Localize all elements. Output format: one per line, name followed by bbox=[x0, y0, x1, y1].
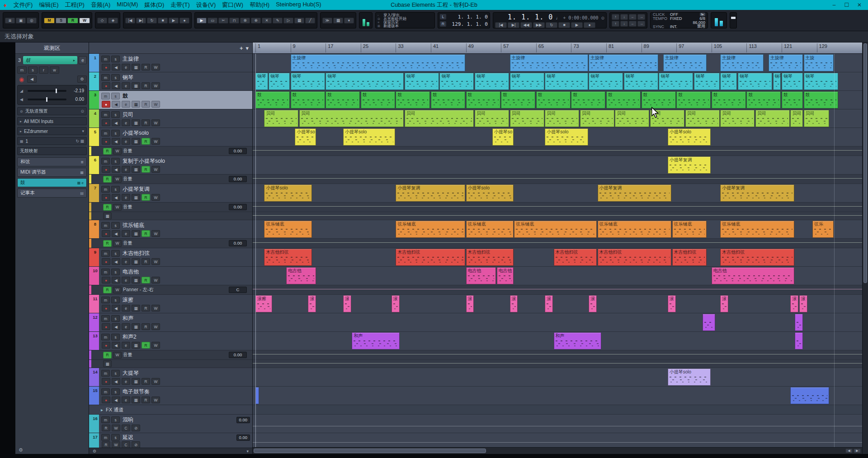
tool-button-1[interactable]: ▭ bbox=[208, 18, 217, 24]
midi-clip-木吉他扫弦[interactable]: 木吉他扫弦 bbox=[672, 249, 707, 266]
read-automation-button[interactable]: R bbox=[103, 148, 112, 155]
monitor-button[interactable]: ◀ bbox=[112, 166, 120, 173]
menu-窗口(W)[interactable]: 窗口(W) bbox=[219, 1, 246, 9]
write-automation-button[interactable]: W bbox=[151, 397, 160, 403]
jog-button-0-2[interactable]: ← bbox=[629, 14, 637, 20]
mute-button[interactable]: m bbox=[101, 416, 110, 423]
write-automation-button[interactable]: W bbox=[151, 194, 160, 201]
record-arm-button[interactable]: ● bbox=[102, 397, 110, 403]
mute-button[interactable]: m bbox=[101, 370, 110, 377]
solo-button[interactable]: s bbox=[111, 334, 120, 340]
midi-clip-钢琴[interactable]: 钢琴 bbox=[545, 73, 588, 90]
midi-clip[interactable] bbox=[795, 332, 803, 349]
midi-clip-主旋律[interactable]: 主旋律 bbox=[720, 54, 764, 71]
track-row-小提琴复调[interactable]: 7ms小提琴复调●◀e▦RW bbox=[89, 184, 252, 203]
monitor-button[interactable]: ◀ bbox=[112, 194, 120, 201]
edit-channel-button[interactable]: e bbox=[122, 194, 130, 201]
midi-clip-钢琴[interactable]: 钢琴 bbox=[405, 73, 439, 90]
record-arm-button[interactable]: ● bbox=[102, 323, 110, 330]
inspector-r-button[interactable]: r bbox=[39, 66, 48, 74]
metronome-button[interactable]: ‖▸ bbox=[700, 13, 705, 16]
read-automation-button[interactable]: R bbox=[142, 397, 150, 403]
record-arm-button[interactable]: ● bbox=[102, 342, 110, 349]
midi-clip-弦乐铺底[interactable]: 弦乐铺底 bbox=[396, 221, 465, 238]
midi-clip-钢琴[interactable]: 钢琴 bbox=[804, 73, 838, 90]
midi-clip-小提琴复调[interactable]: 小提琴复调 bbox=[720, 184, 794, 202]
midi-clip-小提琴solo[interactable]: 小提琴solo bbox=[545, 128, 588, 146]
tool-button-7[interactable]: ✎ bbox=[273, 18, 283, 24]
edit-channel-button[interactable]: e bbox=[122, 397, 130, 403]
midi-clip-小提琴solo[interactable]: 小提琴solo bbox=[343, 128, 395, 146]
midi-clip-钢琴[interactable]: 钢琴 bbox=[589, 73, 623, 90]
read-automation-button[interactable]: R bbox=[142, 64, 150, 71]
global-w-button[interactable]: W bbox=[79, 18, 90, 24]
track-row-电吉他[interactable]: 10ms电吉他●◀e▦RW bbox=[89, 267, 252, 285]
right-locator[interactable]: R129. 1. 1. 0 bbox=[440, 21, 488, 27]
inspector-section-记事本[interactable]: 记事本▤ bbox=[17, 189, 87, 198]
fx-button-1[interactable]: W bbox=[112, 441, 120, 448]
global-r-button[interactable]: R bbox=[67, 18, 78, 24]
record-arm-button[interactable]: ● bbox=[102, 119, 110, 126]
midi-clip-贝司[interactable]: 贝司 bbox=[510, 110, 544, 127]
arrange-lane-音量[interactable] bbox=[253, 239, 862, 248]
track-row-电子鼓节奏[interactable]: 15ms电子鼓节奏●◀e▦RW bbox=[89, 387, 252, 405]
midi-clip-鼓[interactable]: 鼓 bbox=[291, 91, 325, 109]
midi-clip-贝司[interactable]: 贝司 bbox=[545, 110, 579, 127]
midi-clip-电吉他[interactable]: 电吉他 bbox=[286, 267, 316, 284]
monitor-button[interactable]: ◀ bbox=[112, 119, 120, 126]
track-row-音量[interactable]: RW音量0.00 bbox=[89, 175, 252, 184]
midi-clip-木吉他扫弦[interactable]: 木吉他扫弦 bbox=[598, 249, 671, 266]
record-arm-button[interactable]: ● bbox=[102, 82, 110, 89]
instrument-button[interactable]: ▦ bbox=[132, 138, 140, 145]
menu-文件(F)[interactable]: 文件(F) bbox=[10, 1, 36, 9]
midi-clip-鼓[interactable]: 鼓 bbox=[642, 91, 676, 109]
menu-Steinberg Hub(S)[interactable]: Steinberg Hub(S) bbox=[273, 1, 324, 9]
midi-clip-主旋律[interactable]: 主旋律 bbox=[663, 54, 707, 71]
arrange-lane-贝司[interactable]: 贝司贝司贝司贝司贝司贝司贝司贝司贝司贝司贝司贝司贝司贝司 bbox=[253, 109, 862, 128]
solo-button[interactable]: s bbox=[111, 111, 120, 118]
record-arm-button[interactable]: ● bbox=[102, 166, 110, 173]
track-row-和声[interactable]: 12ms和声●◀e▦RW bbox=[89, 313, 252, 332]
arrange-lane-大提琴[interactable]: 小提琴solo bbox=[253, 368, 862, 387]
monitor-button[interactable]: ◀ bbox=[112, 64, 120, 71]
horizontal-scrollbar-thumb[interactable] bbox=[254, 449, 486, 453]
write-automation-button[interactable]: W bbox=[113, 240, 122, 247]
record-arm-button[interactable]: ● bbox=[102, 305, 110, 312]
midi-clip-滚[interactable]: 滚 bbox=[720, 295, 728, 312]
solo-button[interactable]: s bbox=[111, 315, 120, 322]
inspector-w-button[interactable]: w bbox=[50, 66, 59, 74]
midi-clip-鼓[interactable]: 鼓 bbox=[466, 91, 500, 109]
edit-channel-button[interactable]: e bbox=[122, 323, 130, 330]
midi-clip-贝司[interactable]: 贝司 bbox=[405, 110, 474, 127]
mini-transport-button-4[interactable]: ▶ bbox=[169, 18, 179, 24]
jog-button-1-1[interactable]: ↓ bbox=[620, 21, 628, 27]
write-automation-button[interactable]: W bbox=[151, 230, 160, 237]
write-automation-button[interactable]: W bbox=[151, 305, 160, 312]
track-row-小提琴solo[interactable]: 5ms小提琴solo●◀e▦RW bbox=[89, 128, 252, 146]
track-row-混响[interactable]: 16ms混响0.00RWC⊘ bbox=[89, 415, 252, 433]
instrument-button[interactable]: ▦ bbox=[132, 323, 140, 330]
lane-options-button[interactable]: ▦ bbox=[103, 360, 112, 367]
midi-clip-弦乐铺底[interactable]: 弦乐铺底 bbox=[466, 221, 514, 238]
midi-clip-滚[interactable]: 滚 bbox=[308, 295, 316, 312]
mute-button[interactable]: m bbox=[101, 74, 110, 81]
midi-clip-鼓[interactable]: 鼓 bbox=[255, 91, 290, 109]
chevron-down-icon[interactable]: ▾ bbox=[246, 449, 249, 453]
midi-clip-主旋律[interactable]: 主旋律 bbox=[510, 54, 588, 71]
mini-transport-button-1[interactable]: ▶| bbox=[136, 18, 146, 24]
solo-button[interactable]: s bbox=[111, 93, 120, 99]
tool-button-5[interactable]: ⊕ bbox=[251, 18, 261, 24]
instrument-button[interactable]: ▦ bbox=[132, 101, 140, 108]
midi-clip-钢琴[interactable]: 钢琴 bbox=[510, 73, 544, 90]
midi-clip-鼓[interactable]: 鼓 bbox=[536, 91, 571, 109]
project-button-2[interactable]: ◎ bbox=[27, 18, 37, 24]
arrange-lane-音量[interactable] bbox=[253, 146, 862, 156]
read-automation-button[interactable]: R bbox=[142, 194, 150, 201]
jog-button-1-3[interactable]: → bbox=[637, 21, 645, 27]
edit-channel-button[interactable]: e bbox=[79, 56, 87, 64]
instrument-button[interactable]: ▦ bbox=[132, 397, 140, 403]
midi-clip-小提琴solo[interactable]: 小提琴solo bbox=[668, 128, 711, 146]
midi-clip-贝司[interactable]: 贝司 bbox=[475, 110, 509, 127]
midi-clip-小提琴solo[interactable]: 小提琴solo bbox=[668, 368, 711, 386]
track-row-Panner - 左-右[interactable]: RWPanner - 左-右C bbox=[89, 285, 252, 295]
